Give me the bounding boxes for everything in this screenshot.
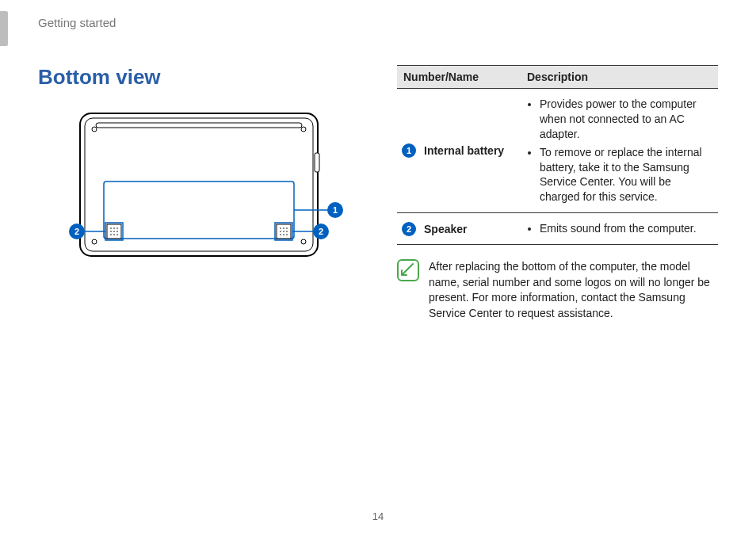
th-description: Description [521,66,718,89]
section-title: Bottom view [38,65,359,90]
parts-table: Number/Name Description 1 Internal batte… [397,65,718,245]
svg-point-23 [283,227,284,229]
svg-point-14 [113,227,115,229]
svg-point-15 [116,227,118,229]
svg-point-30 [286,234,288,235]
note-block: After replacing the bottom of the comput… [397,259,718,321]
diagram-callout-2-left: 2 [74,227,78,236]
svg-point-24 [286,227,288,229]
row2-desc-item: Emits sound from the computer. [540,221,712,236]
row1-desc-item: To remove or replace the internal batter… [540,145,712,205]
svg-point-17 [113,231,115,232]
svg-point-25 [280,231,281,232]
svg-point-18 [116,231,118,232]
right-column: Number/Name Description 1 Internal batte… [397,65,718,322]
left-column: Bottom view [38,65,359,322]
svg-point-28 [280,234,281,235]
svg-point-29 [283,234,284,235]
svg-point-19 [110,234,112,235]
row2-name: Speaker [418,213,521,245]
table-row: 2 Speaker Emits sound from the computer. [397,213,718,245]
svg-point-27 [286,231,288,232]
row2-callout-icon: 2 [402,222,416,236]
laptop-bottom-svg: 1 2 2 [48,105,349,280]
content-columns: Bottom view [38,65,718,322]
row1-desc: Provides power to the computer when not … [521,89,718,213]
note-text: After replacing the bottom of the comput… [429,259,718,321]
row2-desc: Emits sound from the computer. [521,213,718,245]
diagram-callout-2-right: 2 [318,227,323,236]
note-icon [397,259,419,281]
row1-callout-icon: 1 [402,143,416,158]
svg-point-26 [283,231,284,232]
svg-point-21 [116,234,118,235]
svg-rect-37 [398,260,418,281]
svg-point-13 [110,227,112,229]
svg-point-20 [113,234,115,235]
bottom-view-diagram: 1 2 2 [38,105,359,280]
svg-point-22 [280,227,281,229]
table-row: 1 Internal battery Provides power to the… [397,89,718,213]
svg-rect-7 [315,153,319,172]
row1-name: Internal battery [418,89,521,213]
running-header: Getting started [38,16,116,29]
page-tab-marker [0,11,8,46]
page-number: 14 [0,510,756,522]
th-number-name: Number/Name [397,66,521,89]
svg-point-16 [110,231,112,232]
diagram-callout-1: 1 [332,205,337,215]
row1-desc-item: Provides power to the computer when not … [540,97,712,142]
